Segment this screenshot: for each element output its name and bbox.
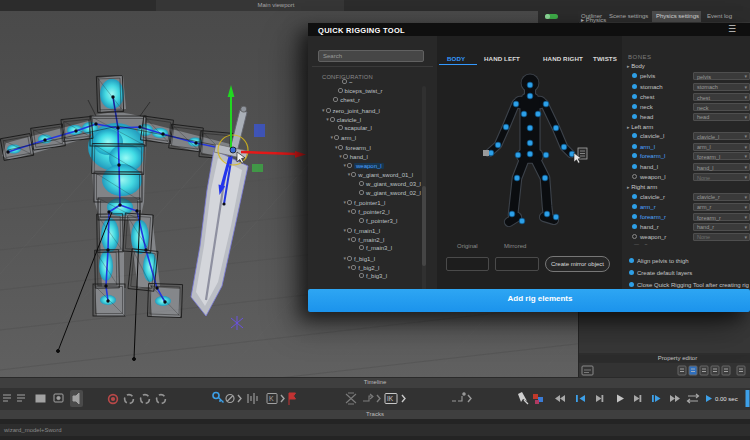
svg-text:K: K xyxy=(269,395,274,402)
svg-text:0.00 sec: 0.00 sec xyxy=(715,396,738,402)
svg-text:IK: IK xyxy=(387,395,394,402)
